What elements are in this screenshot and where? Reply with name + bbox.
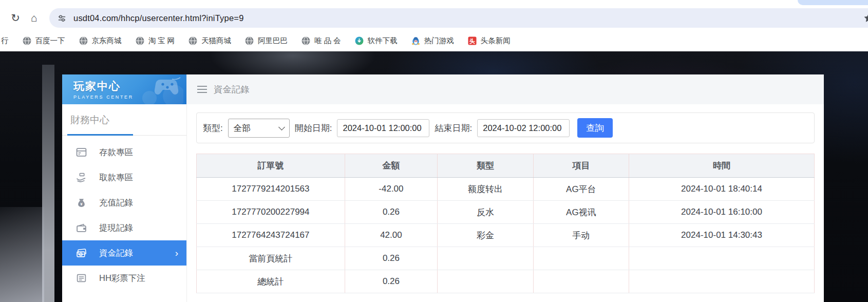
- end-date-input[interactable]: [477, 119, 570, 137]
- bookmark-item-vip[interactable]: 唯 品 会: [301, 36, 341, 46]
- type-cell: [438, 270, 533, 293]
- bookmark-item-taobao[interactable]: 淘 宝 网: [136, 36, 175, 46]
- url-text: usdt04.com/hhcp/usercenter.html?iniType=…: [73, 13, 244, 23]
- sidebar: 玩家中心 PLAYERS CENTER 財務中心: [62, 74, 186, 302]
- globe-favicon-icon: [188, 36, 197, 45]
- sidebar-item-fund-records[interactable]: 資金記錄 ›: [62, 240, 186, 266]
- sidebar-item-label: 存款專區: [99, 147, 133, 158]
- filter-bar: 類型: 全部 開始日期: 結束日期: 查詢: [196, 112, 815, 143]
- toutiao-news-icon: 头: [468, 36, 477, 45]
- amount-cell: 0.26: [345, 201, 437, 224]
- content-header: 資金記錄: [187, 74, 824, 104]
- amount-cell: 42.00: [345, 224, 437, 247]
- sidebar-nav: 存款專區 取款專區 ¥ 充值記錄 提現記錄: [62, 136, 186, 291]
- item-cell: AG视讯: [533, 201, 629, 224]
- bookmark-label: 唯 品 会: [314, 36, 341, 46]
- order-id-cell: 1727764243724167: [197, 224, 345, 247]
- browser-toolbar: ↻ ⌂ usdt04.com/hhcp/usercenter.html?iniT…: [0, 6, 868, 30]
- table-row: 1727779214201563 -42.00 额度转出 AG平台 2024-1…: [197, 178, 815, 201]
- hamburger-menu-icon[interactable]: [197, 86, 207, 93]
- bookmark-label: 天猫商城: [201, 36, 231, 46]
- sidebar-item-deposit[interactable]: 存款專區: [62, 140, 186, 165]
- table-row-grand-total: 總統計 0.26: [197, 270, 815, 293]
- time-cell: 2024-10-01 16:10:00: [629, 201, 815, 224]
- bookmark-label: 头条新闻: [481, 36, 511, 46]
- column-item: 項目: [533, 154, 629, 178]
- item-cell: 手动: [533, 224, 629, 247]
- sidebar-item-label: 取款專區: [99, 172, 133, 183]
- type-select[interactable]: 全部: [228, 119, 290, 138]
- gamepad-icon: [134, 76, 183, 104]
- main-content: 資金記錄 類型: 全部 開始日期: 結束日期:: [186, 74, 824, 302]
- content-body: 類型: 全部 開始日期: 結束日期: 查詢: [187, 104, 824, 301]
- user-center-panel: 玩家中心 PLAYERS CENTER 財務中心: [62, 74, 824, 302]
- bookmark-label: 热门游戏: [424, 36, 454, 46]
- globe-favicon-icon: [301, 36, 310, 45]
- time-cell: [629, 247, 815, 270]
- svg-text:¥: ¥: [80, 202, 83, 206]
- section-underline: [62, 134, 186, 136]
- bookmark-label: 行: [1, 36, 9, 46]
- bookmark-item-toutiao[interactable]: 头 头条新闻: [468, 36, 511, 46]
- recharge-moneybag-icon: ¥: [76, 197, 87, 208]
- table-row: 1727764243724167 42.00 彩金 手动 2024-10-01 …: [197, 224, 815, 247]
- column-amount: 金額: [345, 154, 437, 178]
- bookmark-item-jd[interactable]: 京东商城: [79, 36, 122, 46]
- bookmark-item-partial[interactable]: 行: [1, 36, 9, 46]
- amount-cell: 0.26: [345, 247, 437, 270]
- bookmark-item-software[interactable]: 软件下载: [355, 36, 398, 46]
- start-date-input[interactable]: [337, 119, 429, 137]
- reload-button[interactable]: ↻: [6, 9, 25, 27]
- globe-favicon-icon: [136, 36, 144, 45]
- item-cell: AG平台: [533, 178, 629, 201]
- type-cell: [438, 247, 533, 270]
- bookmark-label: 阿里巴巴: [258, 36, 288, 46]
- type-cell: 反水: [438, 201, 533, 224]
- bookmark-label: 京东商城: [92, 36, 122, 46]
- sidebar-item-cashout-records[interactable]: 提現記錄: [62, 215, 186, 240]
- bookmark-item-alibaba[interactable]: 阿里巴巴: [245, 36, 288, 46]
- summary-label-cell: 總統計: [197, 270, 345, 293]
- type-select-wrap: 全部: [228, 119, 290, 138]
- url-bar[interactable]: usdt04.com/hhcp/usercenter.html?iniType=…: [49, 8, 868, 28]
- column-order-id: 訂單號: [197, 154, 345, 178]
- fund-records-table: 訂單號 金額 類型 項目 時間 1727779214201563 -42.00: [196, 154, 815, 293]
- column-type: 類型: [438, 154, 533, 178]
- cashout-wallet-icon: [76, 222, 87, 233]
- bookmark-label: 百度一下: [35, 36, 65, 46]
- withdraw-icon: [76, 172, 87, 183]
- site-info-icon[interactable]: [58, 14, 66, 23]
- search-button[interactable]: 查詢: [577, 118, 613, 138]
- sidebar-item-hh-lottery-bets[interactable]: HH彩票下注: [62, 266, 186, 291]
- svg-text:头: 头: [469, 37, 475, 44]
- bookmark-item-tmall[interactable]: 天猫商城: [188, 36, 231, 46]
- sidebar-item-label: HH彩票下注: [99, 273, 145, 284]
- home-button[interactable]: ⌂: [25, 9, 43, 27]
- table-header-row: 訂單號 金額 類型 項目 時間: [197, 154, 815, 178]
- page-background: 玩家中心 PLAYERS CENTER 財務中心: [0, 51, 868, 302]
- bookmark-item-baidu[interactable]: 百度一下: [23, 36, 65, 46]
- software-download-icon: [355, 36, 364, 45]
- end-date-label: 結束日期:: [435, 122, 472, 134]
- browser-window: ↻ ⌂ usdt04.com/hhcp/usercenter.html?iniT…: [0, 0, 868, 302]
- globe-favicon-icon: [79, 36, 88, 45]
- time-cell: [629, 270, 815, 293]
- bookmark-label: 软件下载: [368, 36, 398, 46]
- bookmark-label: 淘 宝 网: [148, 36, 175, 46]
- bookmark-item-games[interactable]: 热门游戏: [411, 36, 454, 46]
- background-light-corner: [0, 207, 44, 302]
- sidebar-item-label: 提現記錄: [99, 222, 133, 234]
- summary-label-cell: 當前頁統計: [197, 247, 345, 270]
- type-label: 類型:: [203, 122, 223, 134]
- chevron-right-icon: ›: [175, 248, 178, 259]
- deposit-icon: [76, 147, 87, 158]
- sidebar-item-withdraw[interactable]: 取款專區: [62, 165, 186, 190]
- start-date-label: 開始日期:: [295, 122, 332, 134]
- type-cell: 彩金: [438, 224, 533, 247]
- table-row: 1727770200227994 0.26 反水 AG视讯 2024-10-01…: [197, 201, 815, 224]
- globe-favicon-icon: [23, 36, 31, 45]
- sidebar-item-label: 資金記錄: [99, 248, 133, 259]
- table-row-page-total: 當前頁統計 0.26: [197, 247, 815, 270]
- sidebar-item-recharge-records[interactable]: ¥ 充值記錄: [62, 190, 186, 215]
- players-center-header: 玩家中心 PLAYERS CENTER: [62, 74, 186, 104]
